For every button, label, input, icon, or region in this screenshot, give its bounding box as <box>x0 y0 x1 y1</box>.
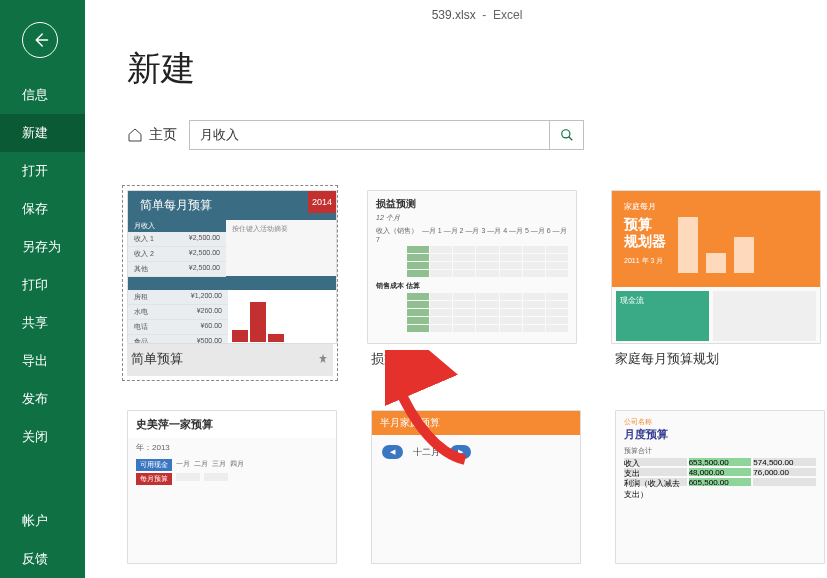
template-thumb: 公司名称 月度预算 预算合计 收入653,500.00574,500.00 支出… <box>615 410 825 564</box>
breadcrumb-label: 主页 <box>149 126 177 144</box>
nav-export[interactable]: 导出 <box>0 342 85 380</box>
template-thumb: 半月家庭预算 ◀十二月▶ <box>371 410 581 564</box>
template-label: 家庭每月预算规划 <box>615 350 719 368</box>
title-app: Excel <box>493 8 522 22</box>
backstage-sidebar: 信息 新建 打开 保存 另存为 打印 共享 导出 发布 关闭 帐户 反馈 <box>0 0 85 578</box>
nav-print[interactable]: 打印 <box>0 266 85 304</box>
template-thumb: 损益预测 12 个月 收入（销售） —月 1 —月 2 —月 3 —月 4 —月… <box>367 190 577 344</box>
template-monthly-budget[interactable]: 公司名称 月度预算 预算合计 收入653,500.00574,500.00 支出… <box>615 410 825 564</box>
title-filename: 539.xlsx <box>432 8 476 22</box>
nav-new[interactable]: 新建 <box>0 114 85 152</box>
nav-account[interactable]: 帐户 <box>0 502 85 540</box>
template-semimonthly-budget[interactable]: 半月家庭预算 ◀十二月▶ <box>371 410 581 564</box>
search-button[interactable] <box>549 121 583 149</box>
nav-share[interactable]: 共享 <box>0 304 85 342</box>
template-label: 简单预算 <box>131 350 183 368</box>
search-row: 主页 <box>127 120 827 150</box>
template-grid: 简单每月预算2014 月收入收入 1¥2,500.00收入 2¥2,500.00… <box>127 190 827 564</box>
nav-publish[interactable]: 发布 <box>0 380 85 418</box>
template-thumb: 家庭每月预算 规划器2011 年 3 月 现金流 <box>611 190 821 344</box>
search-input[interactable] <box>190 121 549 149</box>
breadcrumb-home[interactable]: 主页 <box>127 126 177 144</box>
template-thumb: 史美萍一家预算 年：2013 可用现金一月二月三月四月 每月预算 <box>127 410 337 564</box>
template-label: 损益表 <box>371 350 410 368</box>
template-family-budget[interactable]: 史美萍一家预算 年：2013 可用现金一月二月三月四月 每月预算 <box>127 410 337 564</box>
home-icon <box>127 127 143 143</box>
back-button[interactable] <box>22 22 58 58</box>
template-simple-budget[interactable]: 简单每月预算2014 月收入收入 1¥2,500.00收入 2¥2,500.00… <box>125 188 335 378</box>
title-sep: - <box>482 8 486 22</box>
nav-saveas[interactable]: 另存为 <box>0 228 85 266</box>
pin-icon[interactable] <box>317 353 329 365</box>
titlebar: 539.xlsx - Excel <box>127 0 827 26</box>
template-profit-loss[interactable]: 损益预测 12 个月 收入（销售） —月 1 —月 2 —月 3 —月 4 —月… <box>367 190 577 376</box>
nav-info[interactable]: 信息 <box>0 76 85 114</box>
nav-save[interactable]: 保存 <box>0 190 85 228</box>
nav-open[interactable]: 打开 <box>0 152 85 190</box>
main-panel: 539.xlsx - Excel 新建 主页 简单每月预算2014 月收入收入 … <box>85 0 827 578</box>
template-thumb: 简单每月预算2014 月收入收入 1¥2,500.00收入 2¥2,500.00… <box>127 190 337 344</box>
svg-point-0 <box>561 130 569 138</box>
nav-close[interactable]: 关闭 <box>0 418 85 456</box>
svg-line-1 <box>568 137 572 141</box>
template-family-budget-planner[interactable]: 家庭每月预算 规划器2011 年 3 月 现金流 家庭每月预算规划 <box>611 190 821 376</box>
page-title: 新建 <box>127 46 827 92</box>
back-arrow-icon <box>31 31 49 49</box>
search-icon <box>560 128 574 142</box>
search-box <box>189 120 584 150</box>
nav-feedback[interactable]: 反馈 <box>0 540 85 578</box>
